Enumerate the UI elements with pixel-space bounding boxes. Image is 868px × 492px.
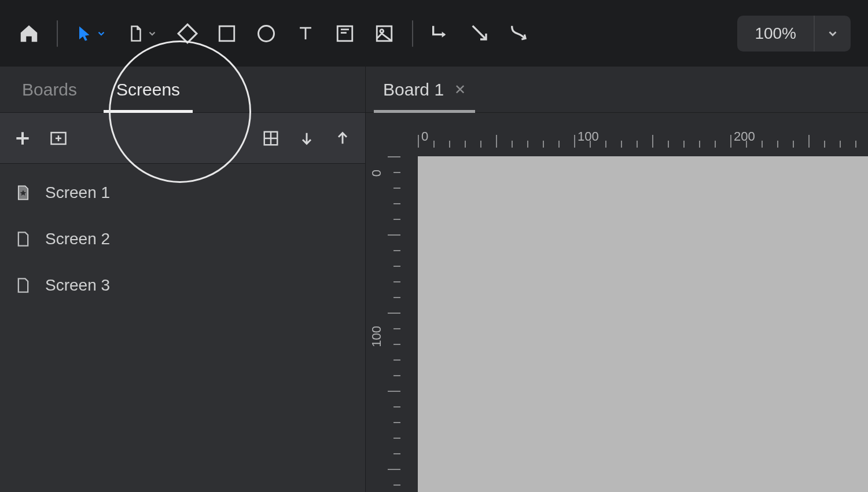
sort-down-button[interactable]: [296, 127, 318, 149]
diamond-icon: [176, 23, 198, 45]
image-tool[interactable]: [373, 22, 396, 45]
connector-straight-tool[interactable]: [469, 22, 492, 45]
chevron-down-icon: [96, 28, 106, 39]
cursor-icon: [76, 23, 94, 44]
add-screen-button[interactable]: [12, 127, 34, 149]
curve-arrow-icon: [508, 21, 531, 46]
canvas-tabs: Board 1 ✕: [366, 67, 868, 113]
ruler-vertical: 0100: [366, 148, 400, 492]
ellipse-tool[interactable]: [255, 22, 278, 45]
canvas-tab-label: Board 1: [383, 80, 444, 100]
top-toolbar: 100%: [0, 0, 868, 67]
chevron-down-icon: [147, 28, 157, 39]
sort-up-button[interactable]: [332, 127, 354, 149]
zoom-dropdown[interactable]: [815, 16, 851, 52]
diamond-tool[interactable]: [176, 22, 199, 45]
arrow-down-icon: [299, 130, 315, 147]
ruler-label: 100: [578, 129, 599, 144]
text-icon: [296, 24, 315, 43]
page-star-icon: [15, 183, 31, 203]
screen-item[interactable]: Screen 3: [0, 262, 365, 309]
canvas-tab-board1[interactable]: Board 1 ✕: [377, 80, 472, 112]
home-icon: [18, 23, 40, 45]
toolbar-separator: [57, 20, 58, 47]
screen-item[interactable]: Screen 1: [0, 170, 365, 216]
canvas-surface[interactable]: [418, 156, 868, 492]
image-icon: [374, 24, 394, 43]
page-icon: [15, 229, 31, 249]
screen-item[interactable]: Screen 2: [0, 216, 365, 262]
elbow-arrow-icon: [429, 21, 453, 46]
connector-elbow-tool[interactable]: [429, 22, 453, 45]
svg-rect-0: [219, 26, 234, 41]
sidebar-tabs: Boards Screens: [0, 67, 365, 113]
connector-curve-tool[interactable]: [508, 22, 531, 45]
grid-icon: [262, 130, 279, 147]
screen-label: Screen 2: [45, 230, 110, 248]
grid-view-button[interactable]: [260, 127, 282, 149]
square-icon: [217, 24, 237, 43]
canvas-area: Board 1 ✕ 0100200 0100: [366, 67, 868, 492]
folder-plus-icon: [49, 130, 68, 147]
home-button[interactable]: [17, 22, 41, 45]
chevron-down-icon: [826, 27, 839, 40]
zoom-control[interactable]: 100%: [737, 16, 851, 52]
page-tool[interactable]: [125, 22, 160, 45]
toolbar-right-group: 100%: [737, 16, 851, 52]
text-tool[interactable]: [294, 22, 317, 45]
note-tool[interactable]: [333, 22, 356, 45]
arrow-up-icon: [334, 130, 351, 147]
ruler-label: 100: [369, 326, 384, 347]
page-icon: [127, 23, 145, 44]
svg-point-4: [380, 29, 384, 32]
plus-icon: [13, 129, 32, 148]
select-tool[interactable]: [74, 22, 109, 45]
rectangle-tool[interactable]: [215, 22, 238, 45]
add-folder-button[interactable]: [47, 127, 69, 149]
sidebar: Boards Screens Screen 1: [0, 67, 366, 492]
note-icon: [335, 24, 355, 43]
sidebar-tab-screens[interactable]: Screens: [113, 80, 183, 112]
svg-point-1: [259, 25, 274, 41]
screen-label: Screen 3: [45, 276, 110, 295]
ruler-horizontal: 0100200: [400, 113, 868, 148]
main-area: Boards Screens Screen 1: [0, 67, 868, 492]
sidebar-tab-boards[interactable]: Boards: [19, 80, 80, 112]
ruler-label: 0: [421, 129, 428, 144]
zoom-value[interactable]: 100%: [737, 16, 815, 52]
screen-list: Screen 1 Screen 2 Screen 3: [0, 164, 365, 492]
screen-label: Screen 1: [45, 183, 110, 202]
ruler-label: 0: [369, 170, 384, 177]
toolbar-left-group: [17, 20, 531, 47]
close-icon[interactable]: ✕: [454, 82, 466, 98]
sidebar-toolbar: [0, 113, 365, 164]
page-icon: [15, 276, 31, 295]
toolbar-separator: [412, 20, 413, 47]
ruler-label: 200: [734, 129, 755, 144]
circle-icon: [256, 23, 277, 44]
straight-arrow-icon: [469, 21, 492, 46]
